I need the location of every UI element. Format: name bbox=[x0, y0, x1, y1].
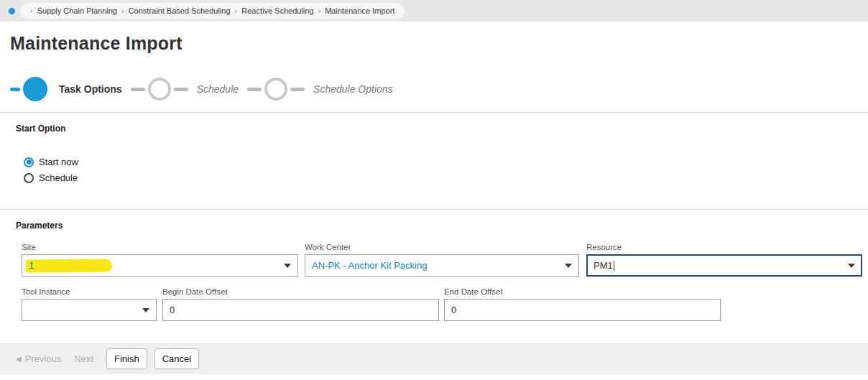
breadcrumb-item-constraint-based-scheduling[interactable]: Constraint Based Scheduling bbox=[129, 6, 231, 15]
wizard-steps: Task Options Schedule Schedule Options bbox=[0, 66, 868, 113]
breadcrumb-separator: › bbox=[30, 6, 33, 15]
begin-date-offset-field: Begin Date Offset bbox=[162, 287, 439, 321]
begin-date-offset-label: Begin Date Offset bbox=[162, 287, 439, 296]
wizard-connector bbox=[174, 88, 188, 91]
next-button[interactable]: Next bbox=[74, 353, 93, 364]
wizard-connector bbox=[247, 88, 262, 91]
start-option-section-label: Start Option bbox=[16, 124, 868, 134]
radio-unselected-icon[interactable] bbox=[24, 173, 34, 183]
previous-button[interactable]: ◀ Previous bbox=[16, 353, 61, 364]
begin-date-offset-input[interactable] bbox=[162, 299, 439, 321]
chevron-down-icon[interactable] bbox=[142, 308, 149, 312]
parameters-section-label: Parameters bbox=[16, 221, 868, 231]
next-button-label: Next bbox=[74, 353, 93, 364]
site-value: 1 bbox=[29, 260, 34, 271]
page-title: Maintenance Import bbox=[10, 33, 183, 54]
breadcrumb-item-maintenance-import[interactable]: Maintenance Import bbox=[325, 6, 394, 15]
radio-schedule[interactable]: Schedule bbox=[24, 172, 868, 183]
radio-schedule-label: Schedule bbox=[39, 172, 78, 183]
parameters-section: Parameters Site 1 Work Center AN-PK - An… bbox=[0, 210, 868, 321]
footer-toolbar: ◀ Previous Next Finish Cancel bbox=[0, 343, 868, 374]
wizard-step-label-schedule-options: Schedule Options bbox=[313, 83, 393, 95]
cancel-button[interactable]: Cancel bbox=[154, 348, 199, 369]
start-option-radio-group: Start now Schedule bbox=[24, 157, 868, 183]
finish-button[interactable]: Finish bbox=[106, 348, 147, 369]
wizard-connector bbox=[10, 88, 20, 91]
end-date-offset-input[interactable] bbox=[444, 299, 721, 321]
parameters-row-2: Tool Instance Begin Date Offset End Date… bbox=[22, 287, 868, 321]
resource-field: Resource PM1 bbox=[586, 243, 862, 277]
tool-instance-field: Tool Instance bbox=[22, 287, 157, 321]
previous-button-label: Previous bbox=[25, 353, 62, 364]
start-option-section: Start Option Start now Schedule bbox=[0, 113, 868, 210]
breadcrumb-item-supply-chain-planning[interactable]: Supply Chain Planning bbox=[37, 6, 117, 15]
tool-instance-label: Tool Instance bbox=[22, 287, 157, 296]
resource-value: PM1 bbox=[594, 260, 614, 272]
chevron-down-icon[interactable] bbox=[848, 264, 855, 268]
arrow-left-icon: ◀ bbox=[16, 355, 22, 363]
site-label: Site bbox=[22, 243, 298, 251]
tool-instance-select[interactable] bbox=[22, 299, 157, 321]
end-date-offset-field: End Date Offset bbox=[444, 287, 721, 321]
chevron-down-icon[interactable] bbox=[284, 264, 291, 268]
breadcrumb-separator: › bbox=[318, 6, 321, 15]
breadcrumb-bar: › Supply Chain Planning › Constraint Bas… bbox=[0, 0, 868, 22]
work-center-select[interactable]: AN-PK - Anchor Kit Packing bbox=[305, 254, 579, 277]
chevron-down-icon[interactable] bbox=[565, 264, 572, 268]
breadcrumb-item-reactive-scheduling[interactable]: Reactive Scheduling bbox=[241, 6, 313, 15]
wizard-step-label-schedule: Schedule bbox=[197, 83, 239, 95]
site-field: Site 1 bbox=[22, 243, 298, 277]
wizard-step-circle-schedule-options[interactable] bbox=[264, 78, 287, 101]
work-center-value: AN-PK - Anchor Kit Packing bbox=[312, 260, 427, 271]
end-date-offset-label: End Date Offset bbox=[444, 287, 721, 296]
wizard-connector bbox=[131, 88, 145, 91]
breadcrumb-separator: › bbox=[235, 6, 238, 15]
work-center-field: Work Center AN-PK - Anchor Kit Packing bbox=[305, 243, 579, 277]
radio-selected-icon[interactable] bbox=[24, 157, 34, 167]
maintenance-import-screen: › Supply Chain Planning › Constraint Bas… bbox=[0, 0, 868, 380]
breadcrumb: › Supply Chain Planning › Constraint Bas… bbox=[20, 3, 405, 19]
wizard-step-circle-task-options[interactable] bbox=[23, 77, 47, 101]
app-dot-icon[interactable] bbox=[9, 8, 15, 14]
breadcrumb-separator: › bbox=[121, 6, 124, 15]
radio-start-now-label: Start now bbox=[39, 157, 78, 167]
radio-start-now[interactable]: Start now bbox=[24, 157, 868, 167]
resource-label: Resource bbox=[586, 243, 862, 251]
site-select[interactable]: 1 bbox=[22, 254, 298, 277]
resource-select[interactable]: PM1 bbox=[586, 254, 862, 277]
text-caret bbox=[614, 261, 614, 271]
wizard-step-circle-schedule[interactable] bbox=[148, 78, 171, 101]
parameters-row-1: Site 1 Work Center AN-PK - Anchor Kit Pa… bbox=[22, 243, 868, 277]
work-center-label: Work Center bbox=[305, 243, 579, 251]
wizard-step-label-task-options: Task Options bbox=[59, 83, 122, 95]
highlight-redaction bbox=[26, 259, 112, 272]
wizard-connector bbox=[290, 88, 305, 91]
